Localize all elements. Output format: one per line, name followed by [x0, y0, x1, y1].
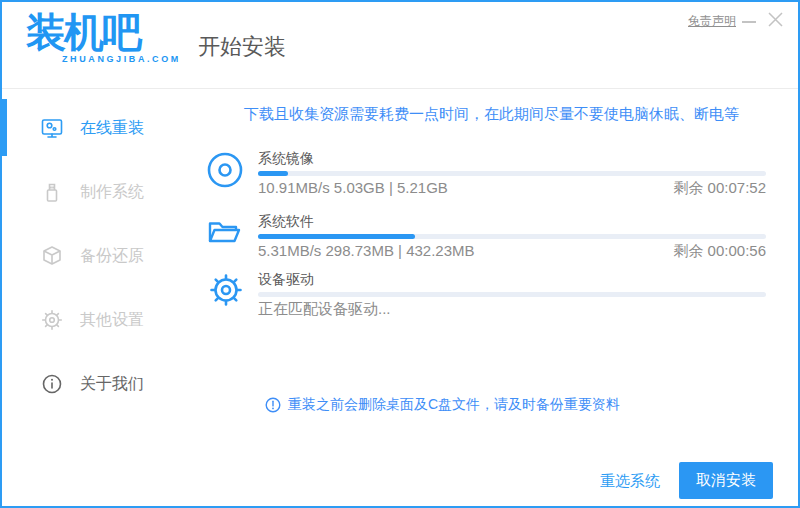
progress-bar: [258, 234, 766, 239]
task-name: 系统镜像: [258, 150, 314, 168]
backup-warning: 重装之前会删除桌面及C盘文件，请及时备份重要资料: [265, 396, 620, 414]
task-remaining-time: 剩余 00:00:56: [673, 242, 766, 261]
task-name: 设备驱动: [258, 271, 314, 289]
disc-icon: [206, 151, 244, 189]
sidebar-item-online-reinstall[interactable]: 在线重装: [2, 96, 187, 160]
disclaimer-link[interactable]: 免责声明: [688, 13, 736, 30]
cancel-install-button[interactable]: 取消安装: [679, 462, 773, 499]
logo-subtext: ZHUANGJIBA.COM: [62, 54, 186, 64]
sidebar-item-label: 其他设置: [80, 310, 144, 331]
header-divider: [2, 88, 798, 89]
app-logo: 装机吧 ZHUANGJIBA.COM: [26, 8, 186, 64]
sidebar-item-about-us[interactable]: 关于我们: [2, 352, 187, 416]
sidebar-item-make-system[interactable]: 制作系统: [2, 160, 187, 224]
sidebar-item-other-settings[interactable]: 其他设置: [2, 288, 187, 352]
backup-warning-text: 重装之前会删除桌面及C盘文件，请及时备份重要资料: [288, 396, 620, 414]
close-icon[interactable]: [767, 11, 784, 28]
task-name: 系统软件: [258, 213, 314, 231]
gear-icon: [40, 308, 64, 332]
exclamation-circle-icon: [265, 397, 281, 413]
task-stats: 10.91MB/s 5.03GB | 5.21GB: [258, 179, 448, 196]
sidebar-item-label: 在线重装: [80, 118, 144, 139]
task-system-software: 系统软件 5.31MB/s 298.73MB | 432.23MB 剩余 00:…: [187, 210, 798, 272]
reselect-system-button[interactable]: 重选系统: [594, 471, 666, 492]
progress-fill: [258, 234, 415, 239]
sidebar-item-label: 制作系统: [80, 182, 144, 203]
task-device-driver: 设备驱动 正在匹配设备驱动...: [187, 268, 798, 330]
logo-text: 装机吧: [26, 8, 186, 56]
installer-window: 装机吧 ZHUANGJIBA.COM 开始安装 免责声明 在线重装: [0, 0, 800, 508]
progress-bar: [258, 292, 766, 297]
progress-fill: [258, 171, 288, 176]
info-icon: [40, 372, 64, 396]
task-system-image: 系统镜像 10.91MB/s 5.03GB | 5.21GB 剩余 00:07:…: [187, 147, 798, 209]
page-title: 开始安装: [198, 32, 286, 62]
minimize-icon[interactable]: [742, 21, 756, 23]
task-status-text: 正在匹配设备驱动...: [258, 300, 391, 319]
task-stats: 5.31MB/s 298.73MB | 432.23MB: [258, 242, 475, 259]
backup-icon: [40, 244, 64, 268]
download-notice: 下载且收集资源需要耗费一点时间，在此期间尽量不要使电脑休眠、断电等: [187, 105, 796, 124]
task-remaining-time: 剩余 00:07:52: [673, 179, 766, 198]
sidebar: 在线重装 制作系统 备份还原: [2, 96, 187, 416]
sidebar-item-label: 备份还原: [80, 246, 144, 267]
progress-bar: [258, 171, 766, 176]
folder-icon: [206, 214, 242, 250]
sidebar-item-backup-restore[interactable]: 备份还原: [2, 224, 187, 288]
monitor-icon: [40, 116, 64, 140]
sidebar-item-label: 关于我们: [80, 374, 144, 395]
gear-icon: [206, 270, 246, 310]
usb-icon: [40, 180, 64, 204]
